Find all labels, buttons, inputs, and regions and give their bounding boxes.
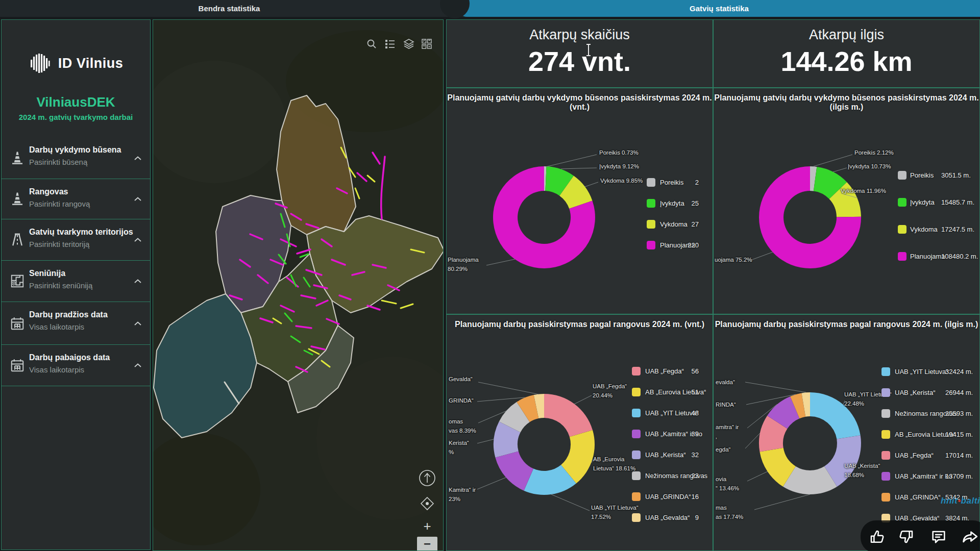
- layers-icon[interactable]: [401, 36, 416, 52]
- legend-value: 39: [668, 430, 699, 438]
- filter-gatviu-tvarkymo-teritorijos[interactable]: Gatvių tvarkymo teritorijos Pasirinkti t…: [2, 219, 150, 261]
- legend-value: 23: [668, 472, 699, 480]
- legend-value: 19415 m.: [945, 431, 980, 439]
- filter-darbu-pradzios-data[interactable]: Darbų pradžios data Visas laikotarpis: [2, 302, 150, 345]
- zoom-in-button[interactable]: +: [417, 516, 437, 536]
- callout-ivykdyta: Įvykdyta 9.12%: [599, 162, 639, 171]
- legend-swatch: [647, 199, 655, 208]
- legend-value: 13709 m.: [945, 472, 980, 481]
- callout-grinda-clipped: RINDA“: [716, 400, 736, 410]
- filter-value: Pasirinkti rangovą: [29, 199, 90, 208]
- chart-busenos-vnt: Planuojamų gatvių darbų vykdymo būsenos …: [446, 88, 713, 314]
- zoom-out-button[interactable]: −: [417, 537, 437, 551]
- callout-kamitra-clipped: amitra“ ir ‚: [716, 423, 739, 441]
- filter-value: Visas laikotarpis: [29, 365, 84, 374]
- chevron-up-icon[interactable]: [134, 238, 142, 242]
- compass-button[interactable]: [417, 468, 437, 488]
- legend-swatch: [898, 225, 906, 234]
- chevron-up-icon[interactable]: [134, 197, 142, 202]
- donut-slice-uab-fegda-[interactable]: [544, 394, 593, 437]
- legend-label: UAB „GRINDA“: [895, 493, 941, 501]
- map[interactable]: + −: [153, 19, 444, 551]
- chevron-up-icon[interactable]: [134, 156, 142, 160]
- filter-label: Gatvių tvarkymo teritorijos: [29, 228, 133, 237]
- callout-vykdoma: Vykdoma 9.85%: [600, 177, 643, 186]
- filter-darbu-vykdymo-busena[interactable]: Darbų vykdymo būsena Pasirinkti būseną: [2, 137, 150, 179]
- callout-gevalda-clipped: evalda“: [716, 378, 735, 387]
- chart-rangovai-ilgis: Planuojamų darbų pasiskirstymas pagal ra…: [713, 314, 980, 551]
- legend-value: 9: [668, 514, 699, 522]
- callout-poreikis: Poreikis 0.73%: [599, 148, 639, 158]
- legend-swatch: [647, 178, 655, 187]
- share-icon[interactable]: [962, 528, 979, 545]
- kpi-title: Atkarpų ilgis: [714, 27, 979, 43]
- legend-label: UAB „Kerista“: [895, 389, 935, 396]
- thumbs-up-icon[interactable]: [869, 528, 886, 545]
- chevron-up-icon[interactable]: [134, 363, 142, 368]
- legend-value: 108480.2 m.: [941, 253, 980, 261]
- legend-value: 17247.5 m.: [941, 226, 980, 234]
- legend-swatch: [647, 220, 655, 229]
- callout-planuojama: Planuojama 80.29%: [448, 256, 479, 274]
- filter-label: Rangovas: [29, 187, 68, 196]
- legend-label: UAB „YIT Lietuva“: [895, 368, 948, 375]
- legend-value: 32: [668, 451, 699, 459]
- legend-value: 27: [678, 220, 699, 229]
- basemap-icon[interactable]: [419, 36, 434, 52]
- legend-swatch: [632, 430, 641, 438]
- thumbs-down-icon[interactable]: [897, 528, 915, 545]
- callout-kerista: UAB „Kerista“ 18.68%: [844, 462, 880, 480]
- legend-label: Poreikis: [910, 171, 934, 179]
- callout-vykdoma: Vykdoma 11.96%: [841, 187, 886, 196]
- chart-busenos-ilgis: Planuojamų gatvių darbų vykdymo būsenos …: [713, 88, 980, 314]
- filter-value: Pasirinkti seniūniją: [29, 281, 92, 290]
- district-map-icon: [10, 273, 25, 289]
- legend-label: UAB „Fegda“: [895, 452, 934, 459]
- callout-nezinomas-clipped: mas as 17.74%: [716, 504, 743, 522]
- chevron-up-icon[interactable]: [134, 321, 142, 325]
- filter-value: Visas laikotarpis: [29, 322, 84, 331]
- filter-label: Darbų pabaigos data: [29, 353, 110, 362]
- legend-swatch: [898, 252, 906, 261]
- calendar-icon: [10, 358, 25, 373]
- legend-list-icon[interactable]: [382, 36, 398, 52]
- filter-label: Darbų vykdymo būsena: [29, 145, 121, 155]
- legend-label: Planuojama: [910, 253, 945, 260]
- locate-button[interactable]: [417, 493, 437, 514]
- callout-fegda-clipped: egda“: [716, 445, 730, 455]
- chart-rangovai-vnt: Planuojamų darbų pasiskirstymas pagal ra…: [446, 314, 713, 551]
- legend-value: 25: [678, 199, 699, 208]
- legend-swatch: [632, 409, 641, 417]
- comment-icon[interactable]: [930, 528, 947, 545]
- logo: ID Vilnius: [2, 52, 150, 75]
- legend-value: 26944 m.: [945, 389, 980, 397]
- legend-label: UAB „Kamitra“ ir ko: [895, 472, 952, 480]
- callout-eurovia-clipped: ovia “ 13.46%: [716, 475, 739, 493]
- chevron-up-icon[interactable]: [134, 279, 142, 284]
- legend-swatch: [647, 241, 655, 249]
- legend-swatch: [881, 472, 890, 481]
- callout-kamitra-clipped: Kamitra“ ir 23%: [449, 486, 476, 504]
- filter-value: Pasirinkti teritoriją: [29, 240, 89, 248]
- tab-bar: Bendra statistika Gatvių statistika: [0, 0, 980, 17]
- tab-label: Gatvių statistika: [690, 4, 749, 13]
- dashboard-title: VilniausDEK: [2, 94, 150, 110]
- filter-label: Seniūnija: [29, 269, 65, 278]
- id-vilnius-logo-icon: [29, 52, 52, 75]
- legend-value: 3051.5 m.: [941, 171, 980, 180]
- legend-swatch: [898, 171, 906, 180]
- filter-label: Darbų pradžios data: [29, 310, 108, 319]
- tab-bendra-statistika[interactable]: Bendra statistika: [0, 0, 458, 17]
- callout-eurovia: AB „Eurovia Lietuva“ 18.61%: [593, 455, 635, 473]
- legend-label: Įvykdyta: [910, 198, 935, 206]
- filter-darbu-pabaigos-data[interactable]: Darbų pabaigos data Visas laikotarpis: [2, 345, 150, 386]
- filter-seniunija[interactable]: Seniūnija Pasirinkti seniūniją: [2, 261, 150, 302]
- tab-gatviu-statistika[interactable]: Gatvių statistika: [458, 0, 980, 17]
- legend-swatch: [632, 367, 641, 375]
- legend-value: 2: [678, 179, 699, 187]
- legend-swatch: [632, 492, 641, 501]
- filter-rangovas[interactable]: Rangovas Pasirinkti rangovą: [2, 179, 150, 219]
- search-icon[interactable]: [364, 36, 379, 52]
- legend-swatch: [632, 388, 641, 396]
- legend-swatch: [881, 493, 890, 502]
